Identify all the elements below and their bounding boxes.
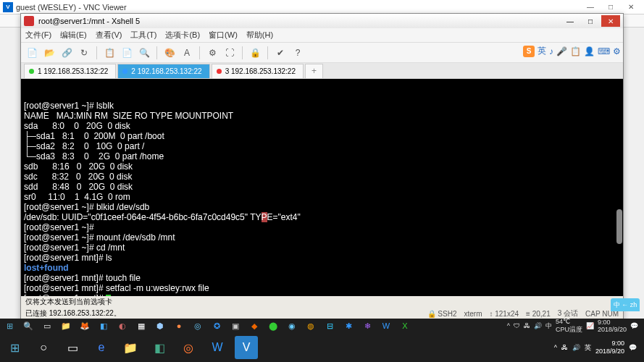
- vnc-max-button[interactable]: □: [601, 1, 621, 14]
- vnc-close-button[interactable]: ✕: [621, 1, 641, 14]
- cortana-icon[interactable]: ○: [32, 336, 55, 359]
- ime-user-icon[interactable]: 👤: [584, 46, 595, 56]
- lock-icon[interactable]: 🔒: [248, 46, 262, 59]
- vnc-min-button[interactable]: —: [580, 1, 601, 14]
- app5-icon[interactable]: ●: [171, 319, 187, 332]
- app8-icon[interactable]: ▣: [227, 319, 243, 332]
- reconnect-icon[interactable]: ↻: [78, 46, 91, 59]
- app6-icon[interactable]: ◎: [190, 319, 206, 332]
- tray-vol-icon: 🔊: [534, 322, 542, 329]
- taskview-icon[interactable]: ▭: [39, 319, 55, 332]
- terminal[interactable]: [root@server1 ~]# lsblkNAME MAJ:MIN RM S…: [21, 79, 623, 296]
- open-icon[interactable]: 📂: [43, 46, 56, 59]
- app4-icon[interactable]: ⬢: [152, 319, 168, 332]
- tray-sec-icon: 🛡: [514, 322, 520, 329]
- tab-3[interactable]: 3 192.168.253.132:22: [212, 64, 304, 78]
- firefox-icon[interactable]: 🦊: [77, 319, 93, 332]
- inner-tray[interactable]: ^ 🛡 🖧 🔊 中 54℃CPU温度 📈 9:002018/9/20 💬: [507, 318, 644, 334]
- status-dot-icon: [29, 69, 34, 74]
- app12-icon[interactable]: ⊟: [322, 319, 338, 332]
- tab-add-button[interactable]: +: [305, 64, 323, 78]
- excel-icon[interactable]: X: [397, 319, 413, 332]
- menu-tabs[interactable]: 选项卡(B): [165, 30, 200, 41]
- menu-help[interactable]: 帮助(H): [246, 30, 273, 41]
- xshell-close-button[interactable]: ✕: [601, 15, 620, 27]
- app10-icon[interactable]: ⬤: [265, 319, 281, 332]
- explorer-icon[interactable]: 📁: [119, 336, 142, 359]
- menu-view[interactable]: 查看(V): [96, 30, 122, 41]
- search-icon[interactable]: 🔍: [20, 319, 36, 332]
- ime-clip-icon[interactable]: 📋: [570, 46, 581, 56]
- search-icon[interactable]: 🔍: [138, 46, 151, 59]
- tray-date-2: 2018/9/20: [595, 348, 624, 355]
- tray-notif-icon: 💬: [629, 344, 637, 351]
- menu-tools[interactable]: 工具(T): [130, 30, 156, 41]
- props-icon[interactable]: ⚙: [206, 46, 219, 59]
- explorer-icon[interactable]: 📁: [58, 319, 74, 332]
- paste-icon[interactable]: 📄: [120, 46, 133, 59]
- start-icon[interactable]: ⊞: [1, 319, 17, 332]
- menu-file[interactable]: 文件(F): [25, 30, 51, 41]
- translate-button[interactable]: 中 ← zh: [611, 298, 640, 311]
- xshell-max-button[interactable]: □: [581, 15, 600, 27]
- app9-icon[interactable]: ◆: [246, 319, 262, 332]
- fullscreen-icon[interactable]: ⛶: [223, 46, 236, 59]
- tray-time-2: 9:00: [595, 340, 624, 348]
- taskview-icon[interactable]: ▭: [61, 336, 84, 359]
- terminal-scrollbar[interactable]: [616, 209, 622, 244]
- font-icon[interactable]: A: [180, 46, 193, 59]
- chrome-icon[interactable]: ◍: [303, 319, 319, 332]
- xshell-statusbar: 仅将文本发送到当前选项卡 已连接 192.168.253.132:22。 🔒 S…: [21, 296, 623, 319]
- tab-1[interactable]: 1 192.168.253.132:22: [24, 64, 116, 78]
- inner-taskbar: ⊞ 🔍 ▭ 📁 🦊 ◧ ◐ ▦ ⬢ ● ◎ ✪ ▣ ◆ ⬤ ◉ ◍ ⊟ ✱ ❄ …: [0, 319, 644, 333]
- app11-icon[interactable]: ◉: [284, 319, 300, 332]
- ime-gear-icon[interactable]: ⚙: [613, 46, 621, 56]
- app1-icon[interactable]: ◧: [96, 319, 112, 332]
- vnc-task-icon[interactable]: V: [235, 336, 258, 359]
- ime-pinyin-icon[interactable]: ♪: [549, 46, 553, 56]
- tabbar: 1 192.168.253.132:22 2 192.168.253.132:2…: [21, 63, 623, 79]
- edge-icon[interactable]: e: [90, 336, 113, 359]
- start-icon[interactable]: ⊞: [3, 336, 26, 359]
- xshell-min-button[interactable]: —: [561, 15, 580, 27]
- menu-window[interactable]: 窗口(W): [209, 30, 238, 41]
- new-session-icon[interactable]: 📄: [25, 46, 38, 59]
- status-dot-icon: [122, 69, 127, 74]
- outer-tray[interactable]: ^ 🖧 🔊 英 9:002018/9/20 💬: [554, 340, 644, 355]
- tab-1-label: 1 192.168.253.132:22: [38, 67, 108, 75]
- status-dot-icon: [217, 69, 222, 74]
- tab-2-label: 2 192.168.253.132:22: [131, 67, 201, 75]
- check-icon[interactable]: ✔: [274, 46, 287, 59]
- ime-lang[interactable]: 英: [538, 45, 546, 57]
- status-size: ↕ 121x24: [489, 310, 519, 318]
- word-icon[interactable]: W: [206, 336, 229, 359]
- word-icon[interactable]: W: [378, 319, 394, 332]
- app13-icon[interactable]: ✱: [340, 319, 356, 332]
- color-icon[interactable]: 🎨: [163, 46, 176, 59]
- status-cursor: ≡ 20,21: [526, 310, 551, 318]
- menubar: 文件(F) 编辑(E) 查看(V) 工具(T) 选项卡(B) 窗口(W) 帮助(…: [21, 28, 623, 43]
- ime-toolbar[interactable]: S 英 ♪ 🎤 📋 👤 ⌨ ⚙: [523, 45, 621, 57]
- app7-icon[interactable]: ✪: [209, 319, 225, 332]
- sogou-icon[interactable]: S: [523, 46, 535, 57]
- app3-icon[interactable]: ▦: [133, 319, 149, 332]
- tray-graph-icon: 📈: [586, 322, 594, 329]
- help-icon[interactable]: ?: [291, 46, 304, 59]
- copy-icon[interactable]: 📋: [103, 46, 116, 59]
- ime-voice-icon[interactable]: 🎤: [556, 46, 567, 56]
- app14-icon[interactable]: ❄: [359, 319, 375, 332]
- outer-taskbar: ⊞ ○ ▭ e 📁 ◧ ◎ W V ^ 🖧 🔊 英 9:002018/9/20 …: [0, 333, 644, 362]
- tray-net-icon: 🖧: [524, 322, 530, 329]
- status-term: xterm: [464, 310, 482, 318]
- app-a-icon[interactable]: ◧: [148, 336, 171, 359]
- tray-ime-icon: 英: [585, 343, 591, 353]
- status-hint: 仅将文本发送到当前选项卡: [25, 297, 112, 307]
- tray-time: 9:00: [598, 319, 627, 326]
- xshell-window: root@server1:/mnt - Xshell 5 — □ ✕ 文件(F)…: [20, 13, 624, 320]
- tab-2[interactable]: 2 192.168.253.132:22: [117, 64, 209, 78]
- ime-kbd-icon[interactable]: ⌨: [598, 46, 610, 56]
- app2-icon[interactable]: ◐: [114, 319, 130, 332]
- menu-edit[interactable]: 编辑(E): [60, 30, 87, 41]
- connect-icon[interactable]: 🔗: [60, 46, 73, 59]
- app-b-icon[interactable]: ◎: [177, 336, 200, 359]
